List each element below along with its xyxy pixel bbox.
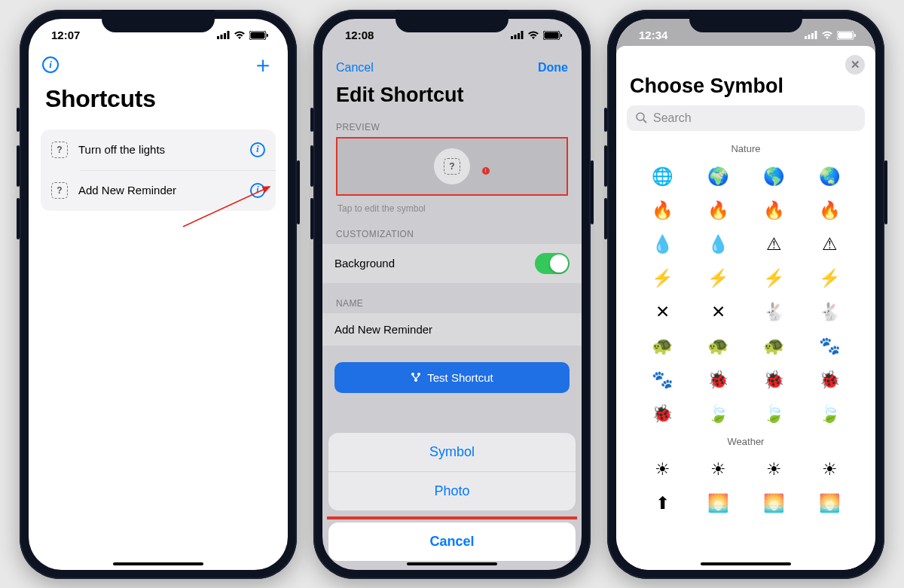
symbol-item[interactable]: ⚡ [763,270,785,287]
symbol-item[interactable]: 💧 [707,236,729,253]
symbol-item[interactable]: ☀ [710,461,726,478]
svg-point-15 [411,373,414,376]
name-field[interactable]: Add New Reminder [322,313,582,346]
symbol-item[interactable]: 🐞 [707,371,729,388]
wifi-icon [527,31,539,40]
cancel-button[interactable]: Cancel [336,61,374,75]
symbol-item[interactable]: 🐢 [652,337,673,355]
svg-rect-18 [805,36,807,39]
symbol-item[interactable]: ⬆ [655,495,670,512]
shortcuts-list: ? Turn off the lights i ? Add New Remind… [41,129,276,211]
phone-edit-shortcut: 12:08 Cancel Done Edit Shortcut PREVIEW … [313,10,591,579]
preview-hint: Tap to edit the symbol [322,200,582,227]
symbol-item[interactable]: 🌐 [652,168,673,185]
info-icon[interactable]: i [250,142,265,157]
symbol-item[interactable]: 🍃 [763,405,785,422]
symbol-grid-nature: 🌐🌍🌎🌏🔥🔥🔥🔥💧💧⚠⚠⚡⚡⚡⚡✕✕🐇🐇🐢🐢🐢🐾🐾🐞🐞🐞🐞🍃🍃🍃 [616,162,875,425]
svg-line-26 [643,120,646,123]
svg-rect-20 [811,33,814,39]
list-item-label: Add New Reminder [78,184,240,197]
svg-rect-8 [511,36,513,39]
symbol-item[interactable]: ☀ [655,461,670,478]
symbol-item[interactable]: 🔥 [652,202,673,219]
background-toggle[interactable] [535,253,570,274]
close-button[interactable]: ✕ [845,55,865,75]
symbol-item[interactable]: ⚠ [822,236,838,253]
symbol-item[interactable]: ⚡ [707,270,729,287]
battery-icon [543,31,562,40]
page-title: Edit Shortcut [322,78,582,120]
symbol-item[interactable]: 🐇 [819,303,841,321]
symbol-item[interactable]: 🐞 [763,371,785,388]
symbol-item[interactable]: 🌅 [763,495,785,512]
symbol-item[interactable]: ⚠ [766,236,782,253]
search-placeholder: Search [653,111,692,125]
symbol-item[interactable]: ✕ [711,303,725,321]
symbol-item[interactable]: 🐞 [819,371,841,388]
symbol-item[interactable]: 🐇 [763,303,785,321]
svg-rect-3 [228,31,230,39]
status-time: 12:07 [51,29,80,41]
info-icon[interactable]: i [250,183,265,198]
svg-rect-14 [560,34,562,37]
category-label-weather: Weather [616,425,875,455]
symbol-item[interactable]: 🌎 [763,168,785,185]
wifi-icon [821,31,833,40]
phone-choose-symbol: 12:34 ✕ Choose Symbol Search Nature 🌐🌍🌎🌏… [607,10,884,579]
symbol-item[interactable]: 🔥 [763,202,785,219]
page-title: Shortcuts [29,81,288,123]
symbol-item[interactable]: 🌅 [707,495,729,512]
done-button[interactable]: Done [538,61,568,75]
svg-rect-6 [267,34,268,37]
symbol-item[interactable]: 🐢 [763,337,785,355]
symbol-item[interactable]: 🌏 [819,168,841,185]
battery-icon [249,31,268,40]
sheet-cancel-button[interactable]: Cancel [328,522,576,561]
symbol-item[interactable]: ✕ [655,303,670,321]
svg-rect-0 [217,36,219,39]
symbol-item[interactable]: 🐾 [819,337,841,355]
background-label: Background [334,257,395,270]
symbol-item[interactable]: 🌅 [819,495,841,512]
test-shortcut-button[interactable]: Test Shortcut [334,362,570,393]
svg-rect-19 [808,35,811,39]
symbol-item[interactable]: ⚡ [652,270,673,287]
symbol-item[interactable]: 💧 [652,236,673,253]
page-title: Choose Symbol [616,53,875,105]
svg-rect-1 [221,35,223,39]
symbol-item[interactable]: ⚡ [819,270,841,287]
preview-box[interactable]: ? ! [336,137,568,196]
symbol-item[interactable]: 🐾 [652,371,673,388]
symbol-item[interactable]: 🔥 [707,202,729,219]
home-indicator[interactable] [701,562,791,565]
cellular-icon [511,31,524,39]
symbol-grid-weather: ☀☀☀☀⬆🌅🌅🌅 [616,455,875,515]
add-button[interactable]: ＋ [252,53,274,76]
info-icon[interactable]: i [42,56,59,73]
symbol-item[interactable]: 🍃 [819,405,841,422]
symbol-item[interactable]: 🍃 [707,405,729,422]
svg-point-17 [414,379,417,382]
symbol-item[interactable]: 🌍 [707,168,729,185]
list-item[interactable]: ? Turn off the lights i [41,129,276,170]
home-indicator[interactable] [407,562,497,565]
svg-rect-21 [815,31,817,39]
symbol-item[interactable]: ☀ [766,461,782,478]
symbol-item[interactable]: ☀ [822,461,838,478]
svg-point-25 [637,113,644,120]
list-item[interactable]: ? Add New Reminder i [41,170,276,211]
section-label-name: NAME [322,297,582,313]
action-sheet: Symbol Photo Cancel [328,433,576,561]
sheet-option-photo[interactable]: Photo [328,471,576,510]
phone-shortcuts-list: 12:07 i ＋ Shortcuts ? Turn off the light… [20,10,297,579]
svg-rect-2 [224,33,226,39]
symbol-item[interactable]: 🔥 [819,202,841,219]
sheet-option-symbol[interactable]: Symbol [328,433,576,471]
home-indicator[interactable] [113,562,203,565]
symbol-item[interactable]: 🐞 [652,405,673,422]
svg-point-16 [417,373,420,376]
shortcut-icon: ? [51,182,68,199]
shortcut-icon: ? [51,142,68,158]
symbol-item[interactable]: 🐢 [707,337,729,355]
search-input[interactable]: Search [627,105,865,131]
